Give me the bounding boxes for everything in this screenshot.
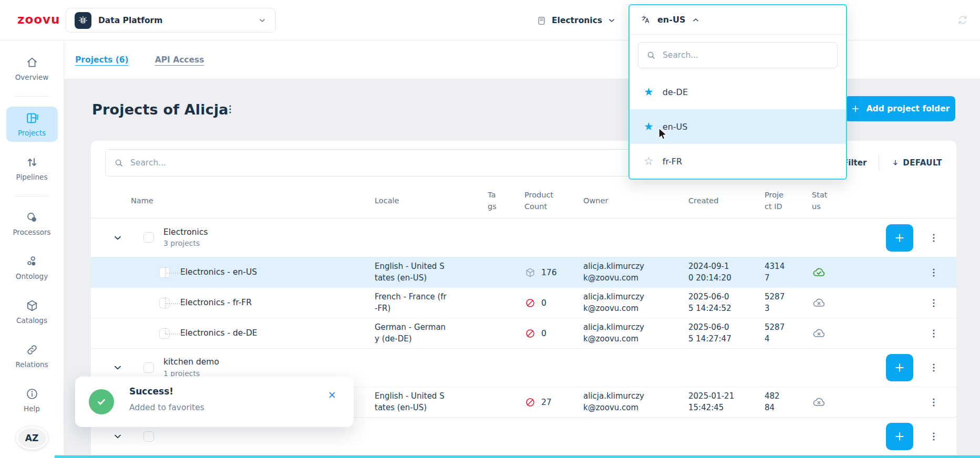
add-project-folder-button[interactable]: Add project folder bbox=[845, 96, 955, 121]
created-cell: 2025-06-0 5 14:24:52 bbox=[688, 292, 765, 315]
locale-cell: German - German y (de-DE) bbox=[375, 322, 488, 345]
processors-icon bbox=[25, 211, 39, 224]
tab-projects-6[interactable]: Projects (6) bbox=[75, 55, 129, 65]
success-check-icon bbox=[89, 389, 114, 414]
row-checkbox[interactable] bbox=[159, 267, 170, 278]
row-menu-kebab-icon[interactable] bbox=[928, 362, 940, 373]
no-feed-icon bbox=[524, 328, 536, 339]
home-icon bbox=[25, 56, 39, 69]
column-header: Ta gs bbox=[488, 190, 524, 212]
row-menu-kebab-icon[interactable] bbox=[928, 328, 940, 339]
sidebar-item-label: Ontology bbox=[16, 272, 48, 280]
row-checkbox[interactable] bbox=[143, 431, 154, 442]
plus-icon bbox=[851, 104, 860, 113]
row-checkbox[interactable] bbox=[143, 362, 154, 373]
data-platform-icon bbox=[78, 15, 88, 26]
project-id-cell: 5287 3 bbox=[765, 292, 812, 315]
sidebar-item-label: Catalogs bbox=[16, 316, 47, 325]
locale-option-de-de[interactable]: ★ de-DE bbox=[630, 75, 846, 109]
row-checkbox[interactable] bbox=[159, 328, 170, 339]
app-selector[interactable]: Data Platform bbox=[66, 8, 276, 33]
close-icon bbox=[327, 390, 337, 400]
project-row: Electronics - fr-FR French - France (fr … bbox=[91, 287, 956, 318]
locale-option-label: fr-FR bbox=[663, 157, 682, 166]
row-checkbox[interactable] bbox=[159, 298, 170, 308]
sidebar-item-overview[interactable]: Overview bbox=[6, 51, 58, 86]
created-cell: 2025-06-0 5 14:27:47 bbox=[688, 322, 765, 345]
row-menu-kebab-icon[interactable] bbox=[928, 431, 940, 442]
kebab-icon bbox=[928, 232, 940, 244]
chevron-up-icon bbox=[691, 15, 700, 25]
device-icon bbox=[536, 15, 547, 26]
locale-dropdown-trigger[interactable]: en-US bbox=[630, 5, 846, 35]
row-menu-kebab-icon[interactable] bbox=[928, 297, 940, 309]
folder-row: Electronics3 projects bbox=[91, 218, 956, 257]
locale-search-input[interactable] bbox=[663, 50, 829, 60]
actions-spacer bbox=[886, 320, 913, 347]
sidebar-item-label: Help bbox=[24, 404, 40, 413]
kebab-icon bbox=[928, 328, 940, 339]
column-header: Name bbox=[131, 195, 375, 206]
row-name[interactable]: Electronics - en-US bbox=[180, 267, 257, 278]
owner-cell: alicja.klimurczy k@zoovu.com bbox=[583, 322, 688, 345]
chevron-down-icon bbox=[607, 16, 616, 25]
sidebar-item-label: Pipelines bbox=[16, 173, 48, 181]
row-checkbox[interactable] bbox=[143, 232, 154, 243]
workspace-selector[interactable]: Electronics bbox=[536, 12, 616, 29]
add-project-button[interactable] bbox=[886, 224, 913, 252]
expand-caret-icon[interactable] bbox=[112, 232, 123, 244]
owner-cell: alicja.klimurczy k@zoovu.com bbox=[583, 391, 688, 414]
expand-caret-icon[interactable] bbox=[112, 431, 123, 442]
toast-title: Success! bbox=[129, 386, 173, 397]
tab-api-access[interactable]: API Access bbox=[155, 55, 204, 65]
sidebar-item-catalogs[interactable]: Catalogs bbox=[6, 294, 58, 329]
sidebar-item-relations[interactable]: Relations bbox=[6, 338, 58, 373]
sidebar-item-help[interactable]: Help bbox=[6, 382, 58, 418]
star-filled-icon[interactable]: ★ bbox=[644, 121, 654, 132]
sidebar-divider bbox=[15, 96, 49, 97]
cube-icon bbox=[524, 267, 536, 278]
column-header: Owner bbox=[583, 195, 688, 206]
star-filled-icon[interactable]: ★ bbox=[644, 87, 654, 98]
sidebar-item-ontology[interactable]: Ontology bbox=[6, 250, 58, 285]
plus-icon bbox=[894, 362, 905, 373]
kebab-icon bbox=[928, 267, 940, 278]
status-cell bbox=[812, 296, 859, 310]
row-name[interactable]: Electronics - fr-FR bbox=[180, 297, 252, 309]
sidebar-item-processors[interactable]: Processors bbox=[6, 206, 58, 241]
refresh-icon[interactable] bbox=[956, 14, 969, 26]
refresh-icon bbox=[956, 14, 969, 26]
product-count-cell: 176 bbox=[524, 267, 583, 278]
sidebar-item-pipelines[interactable]: Pipelines bbox=[6, 151, 58, 186]
actions-spacer bbox=[886, 259, 913, 286]
locale-option-fr-fr[interactable]: ☆ fr-FR bbox=[630, 144, 846, 179]
row-menu-kebab-icon[interactable] bbox=[928, 267, 940, 278]
locale-option-en-us[interactable]: ★ en-US bbox=[630, 109, 846, 144]
chevron-down-icon bbox=[112, 362, 123, 373]
app-selector-label: Data Platform bbox=[98, 16, 251, 25]
close-icon[interactable] bbox=[327, 390, 337, 400]
sidebar: Overview Projects Pipelines Processors O… bbox=[0, 40, 64, 458]
row-menu-kebab-icon[interactable] bbox=[928, 397, 940, 408]
name-block: Electronics - de-DE bbox=[180, 328, 257, 339]
expand-caret-icon[interactable] bbox=[112, 362, 123, 373]
folder-project-count: 3 projects bbox=[163, 238, 208, 248]
status-cell bbox=[812, 395, 859, 409]
cloud-x-icon bbox=[812, 326, 854, 340]
page-title-menu-kebab[interactable] bbox=[224, 103, 236, 115]
add-project-button[interactable] bbox=[886, 354, 913, 381]
star-outline-icon[interactable]: ☆ bbox=[644, 156, 654, 167]
column-header: Created bbox=[688, 195, 765, 206]
created-cell: 2025-01-21 15:42:45 bbox=[688, 391, 765, 414]
row-name[interactable]: Electronics - de-DE bbox=[180, 328, 257, 339]
avatar[interactable]: AZ bbox=[16, 426, 48, 450]
success-toast: Success! Added to favorites bbox=[75, 377, 354, 427]
row-menu-kebab-icon[interactable] bbox=[928, 232, 940, 244]
sort-button[interactable]: DEFAULT bbox=[891, 158, 942, 168]
sidebar-item-projects[interactable]: Projects bbox=[6, 107, 58, 142]
page-title: Projects of Alicja bbox=[92, 101, 229, 118]
locale-search bbox=[638, 42, 838, 68]
search-icon bbox=[114, 158, 124, 168]
add-project-button[interactable] bbox=[886, 423, 913, 450]
bottom-accent-strip bbox=[55, 455, 980, 458]
